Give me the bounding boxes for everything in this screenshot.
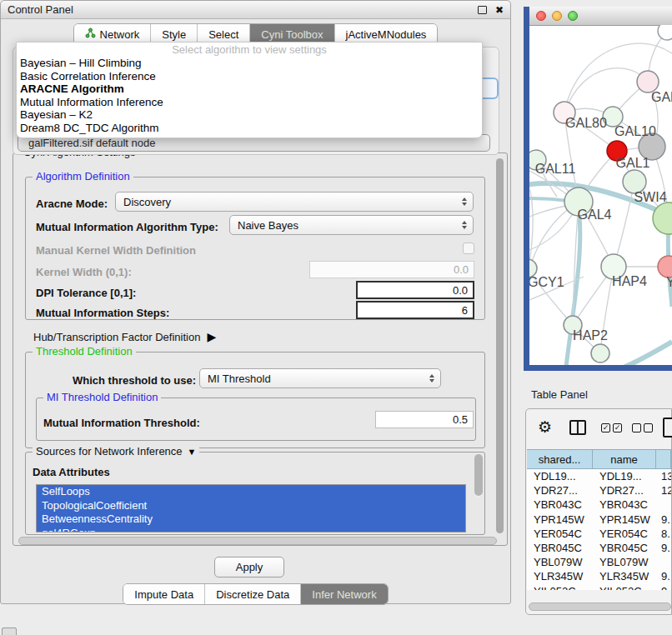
column-header-shared[interactable]: shared... — [527, 450, 593, 468]
attribute-item-selfloops[interactable]: SelfLoops — [37, 485, 465, 499]
algorithm-option-mutual-information-inference[interactable]: Mutual Information Inference — [17, 96, 482, 109]
algorithm-option-aracne-algorithm[interactable]: ARACNE Algorithm — [17, 82, 482, 96]
sources-title-wrap[interactable]: Sources for Network Inference ▼ — [33, 446, 199, 458]
node-label-gal1: GAL1 — [616, 156, 650, 170]
minimize-traffic-light-icon[interactable] — [552, 11, 562, 21]
mi-steps-input[interactable]: 6 — [356, 301, 474, 319]
table-cell: 9 — [656, 585, 671, 590]
dpi-tolerance-value: 0.0 — [453, 284, 468, 297]
algorithm-definition-group: Algorithm Definition Aracne Mode: Discov… — [25, 177, 485, 320]
kernel-width-input[interactable]: 0.0 — [309, 261, 474, 278]
attribute-item-topologicalcoefficient[interactable]: TopologicalCoefficient — [37, 499, 465, 513]
table-row[interactable]: YBR043CYBR043C — [527, 498, 671, 512]
mi-algorithm-type-combobox[interactable]: Naive Bayes — [229, 215, 474, 235]
node-unlabeled[interactable] — [591, 344, 609, 362]
deselect-all-icon[interactable] — [632, 423, 653, 432]
table-row[interactable]: YBL079WYBL079W — [527, 555, 671, 569]
mi-threshold-input[interactable]: 0.5 — [375, 411, 474, 428]
float-window-icon[interactable] — [478, 6, 487, 14]
settings-horizontal-scrollbar[interactable] — [18, 537, 497, 545]
attributes-scrollbar[interactable] — [474, 454, 483, 498]
select-all-icon[interactable]: ✓✓ — [601, 423, 622, 432]
algorithm-option-bayesian-k2[interactable]: Bayesian – K2 — [17, 108, 482, 122]
dpi-tolerance-input[interactable]: 0.0 — [356, 281, 474, 299]
table-row[interactable]: YLR345WYLR345W9. — [527, 569, 671, 583]
gear-icon[interactable]: ⚙ — [538, 419, 552, 435]
table-cell: YDL19... — [527, 470, 593, 482]
table-cell: YER054C — [593, 528, 656, 540]
algorithm-option-dream8-dc-tdc-algorithm[interactable]: Dream8 DC_TDC Algorithm — [17, 122, 482, 135]
apply-button[interactable]: Apply — [214, 557, 284, 578]
table-cell: YBR045C — [593, 542, 656, 554]
table-row[interactable]: YPR145WYPR145W9. — [527, 512, 671, 527]
document-icon[interactable] — [663, 418, 672, 438]
mi-algorithm-type-label: Mutual Information Algorithm Type: — [36, 221, 218, 233]
algorithm-dropdown-items: Bayesian – Hill ClimbingBasic Correlatio… — [17, 57, 482, 134]
attribute-item-betweennesscentrality[interactable]: BetweennessCentrality — [37, 512, 465, 527]
node-label-gcy1: GCY1 — [529, 275, 564, 289]
aracne-mode-label: Aracne Mode: — [36, 198, 108, 210]
tab-network-label: Network — [100, 28, 140, 41]
table-cell: YER054C — [527, 528, 593, 540]
dpi-tolerance-label: DPI Tolerance [0,1]: — [36, 287, 136, 299]
bottom-tab-discretize-data[interactable]: Discretize Data — [204, 584, 300, 604]
stepper-arrows-icon — [429, 374, 434, 382]
control-panel-titlebar: Control Panel ✖ — [1, 1, 510, 19]
settings-vertical-scrollbar[interactable] — [496, 158, 504, 533]
bottom-tab-bar-wrap: Impute DataDiscretize DataInfer Network — [1, 583, 510, 605]
close-traffic-light-icon[interactable] — [536, 11, 546, 21]
table-cell: 13 — [656, 470, 671, 482]
which-threshold-label: Which threshold to use: — [73, 374, 196, 387]
data-attributes-list: SelfLoopsTopologicalCoefficientBetweenne… — [36, 484, 466, 532]
table-row[interactable]: YBR045CYBR045C9. — [527, 541, 671, 555]
bottom-tab-infer-network-label: Infer Network — [312, 588, 376, 601]
expander-expanded-icon: ▼ — [188, 446, 197, 458]
threshold-definition-title: Threshold Definition — [33, 346, 136, 358]
table-cell: 8. — [656, 528, 671, 540]
network-tab-icon — [85, 28, 96, 41]
algorithm-combobox-fragment[interactable] — [483, 78, 499, 99]
sources-group: Sources for Network Inference ▼ Data Att… — [25, 452, 485, 535]
which-threshold-value: MI Threshold — [208, 372, 271, 385]
aracne-mode-value: Discovery — [123, 196, 171, 208]
column-header-name[interactable]: name — [593, 450, 656, 468]
node-label-gal11: GAL11 — [535, 162, 576, 176]
algorithm-option-bayesian-hill-climbing[interactable]: Bayesian – Hill Climbing — [17, 57, 482, 70]
table-row[interactable]: YDL19...YDL19...13 — [527, 469, 671, 483]
table-row[interactable]: YER054CYER054C8. — [527, 527, 671, 541]
table-rows: YDL19...YDL19...13YDR27...YDR27...12YBR0… — [527, 469, 671, 590]
mi-steps-label: Mutual Information Steps: — [36, 307, 169, 319]
table-row[interactable]: YIL052CYIL052C9 — [527, 584, 671, 591]
node-label-gal: GAL — [651, 90, 672, 104]
table-horizontal-scrollbar[interactable] — [529, 602, 671, 611]
table-cell: YIL052C — [593, 585, 656, 590]
attribute-item-gal4rgexp[interactable]: gal4RGexp — [37, 527, 465, 533]
bottom-tab-impute-data-label: Impute Data — [134, 588, 193, 601]
apply-button-label: Apply — [236, 561, 263, 573]
aracne-mode-combobox[interactable]: Discovery — [115, 192, 474, 212]
which-threshold-combobox[interactable]: MI Threshold — [199, 368, 441, 388]
network-node-labels: GALGAL80GAL10GAL1GAL11SWI4GAL4GCY1HAP4YH… — [529, 90, 672, 342]
table-cell: 9. — [656, 542, 671, 554]
hub-transcription-expander[interactable]: Hub/Transcription Factor Definition ▶ — [33, 330, 216, 343]
algorithm-option-basic-correlation-inference[interactable]: Basic Correlation Inference — [17, 70, 482, 83]
table-row[interactable]: YDR27...YDR27...12 — [527, 483, 671, 498]
node-unlabeled[interactable] — [658, 25, 672, 40]
table-cell: YBR045C — [527, 542, 593, 554]
zoom-traffic-light-icon[interactable] — [568, 11, 578, 21]
manual-kernel-width-checkbox[interactable] — [463, 242, 474, 254]
network-canvas[interactable]: GALGAL80GAL10GAL1GAL11SWI4GAL4GCY1HAP4YH… — [529, 25, 672, 365]
table-cell: YPR145W — [527, 513, 593, 526]
tab-jactivemnodules-label: jActiveMNodules — [346, 28, 427, 41]
columns-icon[interactable] — [569, 420, 586, 435]
bottom-left-widget-fragment[interactable] — [2, 628, 17, 635]
mi-algorithm-type-value: Naive Bayes — [238, 219, 298, 232]
bottom-tab-infer-network[interactable]: Infer Network — [300, 584, 387, 604]
column-header-3[interactable] — [656, 450, 671, 468]
table-cell: YBR043C — [527, 498, 593, 511]
close-icon[interactable]: ✖ — [495, 5, 504, 15]
bottom-tab-impute-data[interactable]: Impute Data — [123, 584, 204, 604]
tab-cyni-toolbox-label: Cyni Toolbox — [261, 28, 323, 41]
network-window-titlebar[interactable] — [529, 7, 672, 26]
control-panel-window: Control Panel ✖ NetworkStyleSelectCyni T… — [0, 0, 511, 604]
